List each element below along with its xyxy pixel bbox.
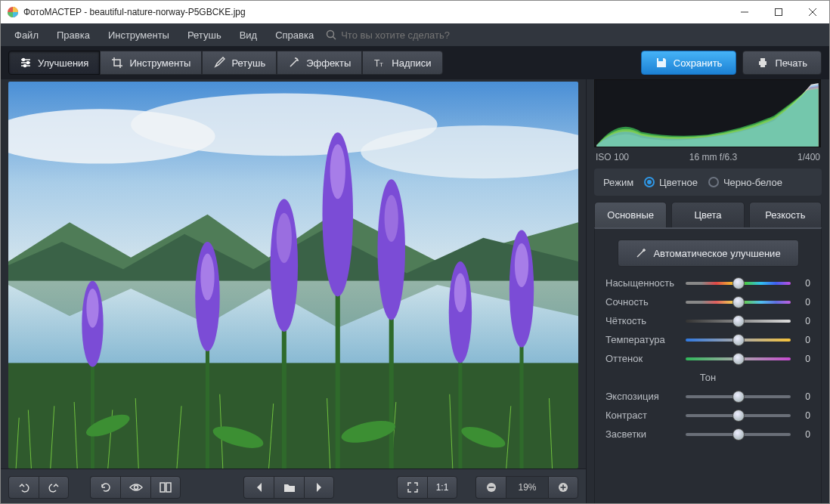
save-button[interactable]: Сохранить (641, 51, 737, 75)
slider-label: Оттенок (605, 353, 681, 364)
auto-enhance-button[interactable]: Автоматическое улучшение (618, 240, 799, 267)
slider-row: Оттенок0 (605, 353, 810, 364)
browse-button[interactable] (274, 476, 304, 499)
toolbar-tab-text[interactable]: TT Надписи (362, 51, 442, 75)
menu-view[interactable]: Вид (231, 26, 267, 44)
slider-track[interactable] (686, 357, 791, 360)
tone-heading: Тон (605, 372, 810, 383)
svg-text:T: T (379, 61, 383, 68)
tab-colors[interactable]: Цвета (671, 202, 744, 227)
image-canvas[interactable] (8, 82, 578, 468)
svg-point-46 (277, 213, 292, 263)
color-mode-bar: Режим Цветное Черно-белое (594, 169, 822, 196)
slider-thumb[interactable] (732, 391, 745, 403)
slider-thumb[interactable] (732, 353, 745, 365)
slider-track[interactable] (686, 282, 791, 285)
viewer-bottombar: 1:1 19% (1, 468, 586, 504)
slider-label: Засветки (605, 428, 681, 440)
save-icon (655, 57, 667, 69)
tab-basic[interactable]: Основные (594, 202, 667, 227)
mode-radio-bw[interactable]: Черно-белое (708, 177, 782, 188)
svg-point-63 (134, 485, 138, 489)
slider-track[interactable] (686, 320, 791, 323)
wand-icon (288, 57, 300, 69)
slider-value: 0 (795, 410, 810, 421)
slider-row: Температура0 (605, 334, 810, 345)
svg-point-49 (330, 144, 345, 199)
svg-point-52 (385, 195, 398, 242)
maximize-button[interactable] (761, 1, 795, 23)
slider-track[interactable] (686, 339, 791, 342)
settings-panel: Автоматическое улучшение Насыщенность0Со… (594, 227, 822, 504)
slider-value: 0 (795, 391, 810, 402)
menu-file[interactable]: Файл (5, 26, 48, 44)
zoom-in-button[interactable] (548, 476, 578, 499)
slider-track[interactable] (686, 395, 791, 398)
right-panel: ISO 100 16 mm f/6.3 1/400 Режим Цветное … (586, 79, 829, 504)
next-image-button[interactable] (304, 476, 334, 499)
slider-thumb[interactable] (732, 315, 745, 327)
slider-value: 0 (795, 297, 810, 308)
slider-row: Засветки0 (605, 428, 810, 440)
slider-thumb[interactable] (732, 334, 745, 346)
slider-row: Контраст0 (605, 410, 810, 421)
slider-track[interactable] (686, 433, 791, 436)
slider-thumb[interactable] (732, 410, 745, 422)
slider-track[interactable] (686, 414, 791, 417)
minimize-button[interactable] (727, 1, 761, 23)
svg-point-12 (24, 65, 26, 67)
slider-label: Сочность (605, 296, 681, 308)
one-to-one-button[interactable]: 1:1 (427, 476, 457, 499)
wand-star-icon (635, 247, 647, 259)
search-icon (326, 29, 336, 40)
svg-line-6 (333, 37, 336, 40)
toolbar-tab-enhance[interactable]: Улучшения (8, 51, 100, 75)
toolbar-tab-effects[interactable]: Эффекты (277, 51, 362, 75)
svg-point-5 (327, 31, 334, 38)
slider-thumb[interactable] (732, 277, 745, 289)
menu-retouch[interactable]: Ретушь (178, 26, 231, 44)
slider-label: Насыщенность (605, 277, 681, 289)
slider-value: 0 (795, 354, 810, 364)
slider-value: 0 (795, 429, 810, 440)
tab-sharp[interactable]: Резкость (749, 202, 822, 227)
mode-label: Режим (603, 177, 633, 188)
reset-button[interactable] (90, 476, 120, 499)
window-title: ФотоМАСТЕР - beautiful-nature-norway-P5G… (7, 6, 246, 18)
slider-row: Насыщенность0 (605, 277, 810, 289)
menu-edit[interactable]: Правка (48, 26, 99, 44)
toolbar-tab-retouch[interactable]: Ретушь (202, 51, 277, 75)
svg-point-43 (200, 254, 214, 301)
mode-radio-color[interactable]: Цветное (644, 177, 698, 188)
meta-iso: ISO 100 (596, 152, 629, 162)
slider-value: 0 (795, 316, 810, 326)
svg-point-55 (454, 273, 466, 312)
svg-rect-65 (166, 483, 171, 492)
menu-tools[interactable]: Инструменты (99, 26, 178, 44)
zoom-out-button[interactable] (475, 476, 506, 499)
svg-rect-64 (160, 483, 165, 492)
slider-label: Температура (605, 334, 681, 345)
redo-button[interactable] (39, 476, 69, 499)
brush-icon (213, 57, 225, 69)
slider-thumb[interactable] (732, 428, 745, 441)
svg-point-11 (27, 62, 29, 64)
undo-button[interactable] (8, 476, 39, 499)
slider-thumb[interactable] (732, 296, 745, 308)
compare-button[interactable] (150, 476, 181, 499)
slider-value: 0 (795, 278, 810, 289)
preview-toggle-button[interactable] (120, 476, 150, 499)
search-input[interactable] (341, 29, 507, 41)
close-button[interactable] (795, 1, 829, 23)
slider-track[interactable] (686, 301, 791, 304)
svg-rect-70 (562, 484, 564, 490)
prev-image-button[interactable] (243, 476, 274, 499)
sliders-icon (20, 57, 32, 69)
meta-shutter: 1/400 (797, 152, 820, 162)
toolbar-tab-tools[interactable]: Инструменты (100, 51, 202, 75)
main-toolbar: Улучшения Инструменты Ретушь Эффекты TT … (1, 46, 829, 79)
fit-button[interactable] (397, 476, 427, 499)
zoom-value: 19% (506, 476, 548, 499)
print-button[interactable]: Печать (742, 51, 822, 75)
menu-help[interactable]: Справка (266, 26, 323, 44)
